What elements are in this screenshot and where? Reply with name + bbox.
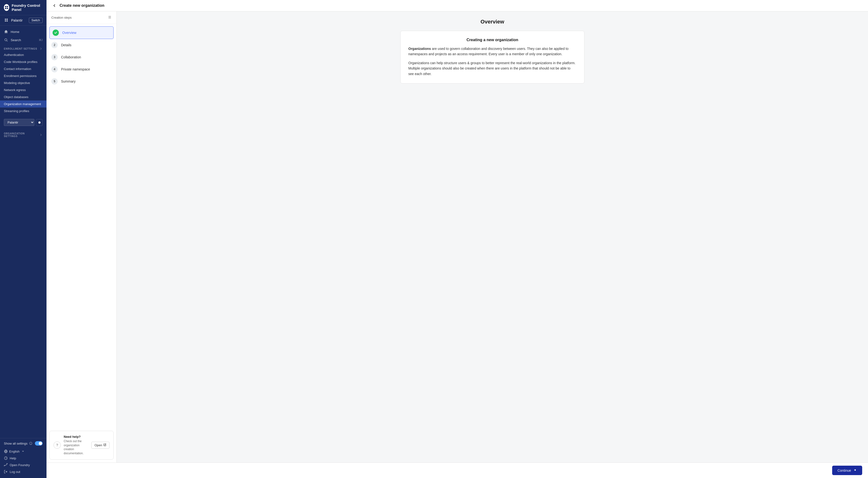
step-private-namespace[interactable]: 4 Private namespace [46, 63, 117, 75]
svg-rect-4 [5, 19, 6, 20]
switch-button[interactable]: Switch [29, 18, 42, 23]
enrollment-section-label: ENROLLMENT SETTINGS [0, 44, 46, 51]
palantir-switch-left: Palantir [4, 18, 23, 23]
overview-card-title: Creating a new organization [408, 38, 577, 42]
org-selector-row: Palantir [0, 117, 46, 128]
back-button[interactable] [52, 3, 57, 8]
step-summary[interactable]: 5 Summary [46, 75, 117, 88]
steps-panel: Creation steps Overview [46, 11, 117, 463]
steps-list: Overview 2 Details 3 Collaboration 4 Pri… [46, 24, 117, 428]
overview-para1-rest: are used to govern collaboration and dis… [408, 47, 568, 56]
app-title: Foundry Control Panel [11, 3, 42, 12]
help-description: Check out the organization creation docu… [64, 439, 88, 455]
svg-rect-7 [6, 20, 8, 22]
svg-point-8 [5, 39, 7, 41]
grid-icon [4, 18, 9, 23]
svg-rect-6 [5, 20, 6, 22]
search-shortcut: ⌘J [39, 38, 43, 42]
palantir-switch-row: Palantir Switch [0, 15, 46, 26]
search-icon [4, 38, 8, 42]
step-details[interactable]: 2 Details [46, 39, 117, 51]
list-icon [108, 15, 112, 20]
help-open-button[interactable]: Open [91, 442, 110, 449]
sidebar-item-object-databases[interactable]: Object databases [0, 93, 46, 100]
step-3-label: Collaboration [61, 55, 81, 59]
sidebar-item-enrollment-permissions[interactable]: Enrollment permissions [0, 72, 46, 79]
step-2-num: 2 [51, 42, 58, 48]
sidebar-bottom: Show all settings i English ? Help Open … [0, 438, 46, 478]
sidebar-item-contact-info[interactable]: Contact information [0, 65, 46, 72]
step-4-num: 4 [51, 66, 58, 72]
org-name-label: Palantir [11, 19, 23, 22]
page-title: Create new organization [60, 3, 104, 8]
sidebar: Foundry Control Panel Palantir Switch Ho… [0, 0, 46, 478]
external-link-icon [103, 443, 106, 447]
home-label: Home [11, 30, 20, 34]
sidebar-item-modeling-objective[interactable]: Modeling objective [0, 79, 46, 87]
step-overview[interactable]: Overview [50, 26, 114, 39]
home-icon [4, 30, 8, 34]
show-settings-label: Show all settings i [4, 442, 32, 445]
creation-steps-label: Creation steps [51, 16, 72, 20]
content-area: Creation steps Overview [46, 11, 868, 463]
svg-rect-0 [5, 6, 6, 7]
step-4-label: Private namespace [61, 67, 90, 71]
org-settings-section-label: ORGANIZATION SETTINGS [0, 129, 46, 138]
svg-text:i: i [31, 443, 31, 445]
overview-card: Creating a new organization Organization… [400, 31, 584, 84]
show-settings-toggle[interactable] [35, 441, 42, 446]
step-5-label: Summary [61, 79, 75, 83]
sidebar-item-search[interactable]: Search ⌘J [0, 36, 46, 44]
language-selector[interactable]: English [4, 448, 42, 455]
sidebar-item-home[interactable]: Home [0, 28, 46, 36]
step-1-label: Overview [62, 31, 76, 35]
sidebar-nav: Home Search ⌘J ENROLLMENT SETTINGS Authe… [0, 26, 46, 438]
help-text: Need help? Check out the organization cr… [64, 435, 88, 455]
svg-rect-5 [6, 19, 8, 20]
sidebar-item-code-workbook[interactable]: Code Workbook profiles [0, 58, 46, 65]
app-header: Foundry Control Panel [0, 0, 46, 15]
topbar: Create new organization [46, 0, 868, 11]
svg-rect-1 [7, 6, 8, 7]
svg-rect-2 [5, 8, 6, 9]
step-5-num: 5 [51, 78, 58, 85]
org-settings-button[interactable] [36, 119, 42, 126]
help-title: Need help? [64, 435, 88, 439]
bottom-bar: Continue [46, 463, 868, 478]
sidebar-item-authentication[interactable]: Authentication [0, 51, 46, 58]
org-select-dropdown[interactable]: Palantir [4, 119, 34, 126]
log-out-link[interactable]: Log out [4, 468, 42, 475]
foundry-app-icon [4, 4, 9, 11]
sidebar-item-organization-management[interactable]: Organization management [0, 100, 46, 107]
arrow-right-icon [853, 468, 857, 473]
step-2-label: Details [61, 43, 71, 47]
sidebar-item-network-egress[interactable]: Network egress [0, 87, 46, 93]
step-collaboration[interactable]: 3 Collaboration [46, 51, 117, 63]
show-all-settings-row: Show all settings i [4, 441, 42, 446]
svg-rect-3 [7, 8, 8, 9]
step-3-num: 3 [51, 54, 58, 60]
step-1-num [53, 30, 59, 36]
search-label: Search [11, 38, 21, 42]
svg-line-9 [7, 41, 8, 42]
continue-button[interactable]: Continue [832, 466, 862, 475]
steps-header: Creation steps [46, 11, 117, 24]
overview-paragraph-1: Organizations are used to govern collabo… [408, 46, 577, 57]
main-area: Create new organization Creation steps [46, 0, 868, 478]
overview-panel: Overview Creating a new organization Org… [117, 11, 868, 463]
overview-title: Overview [126, 19, 858, 25]
open-foundry-link[interactable]: Open Foundry [4, 461, 42, 468]
overview-paragraph-2: Organizations can help structure users &… [408, 60, 577, 76]
help-card: ? Need help? Check out the organization … [50, 431, 114, 459]
help-link[interactable]: ? Help [4, 455, 42, 461]
svg-text:?: ? [6, 457, 7, 459]
help-question-icon: ? [54, 441, 61, 449]
sidebar-item-streaming-profiles[interactable]: Streaming profiles [0, 107, 46, 115]
